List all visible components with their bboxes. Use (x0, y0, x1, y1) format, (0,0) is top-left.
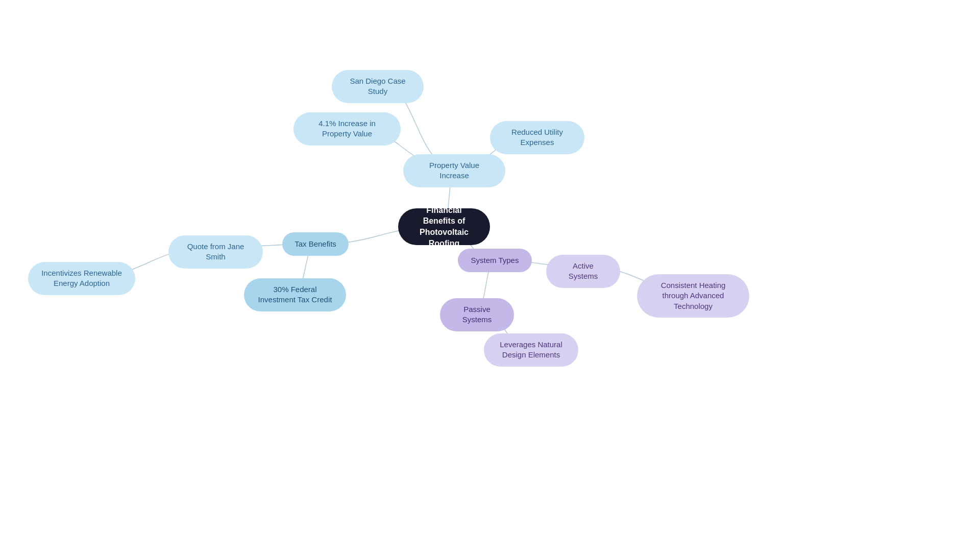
leverages-natural-node: Leverages Natural Design Elements (484, 333, 578, 367)
mind-map-svg (0, 0, 980, 553)
san-diego-case-study-node: San Diego Case Study (332, 70, 424, 103)
consistent-heating-node: Consistent Heating through Advanced Tech… (637, 274, 749, 318)
reduced-utility-node: Reduced Utility Expenses (490, 121, 584, 154)
tax-benefits-node: Tax Benefits (282, 232, 349, 256)
41-increase-node: 4.1% Increase in Property Value (293, 112, 401, 146)
federal-tax-credit-node: 30% Federal Investment Tax Credit (244, 278, 346, 311)
system-types-node: System Types (458, 249, 532, 272)
passive-systems-node: Passive Systems (440, 298, 514, 331)
center-node: Financial Benefits of Photovoltaic Roofi… (398, 208, 490, 245)
quote-jane-smith-node: Quote from Jane Smith (168, 235, 263, 269)
property-value-increase-node: Property Value Increase (403, 154, 505, 187)
active-systems-node: Active Systems (546, 255, 620, 288)
incentivizes-renewable-node: Incentivizes Renewable Energy Adoption (28, 262, 135, 295)
